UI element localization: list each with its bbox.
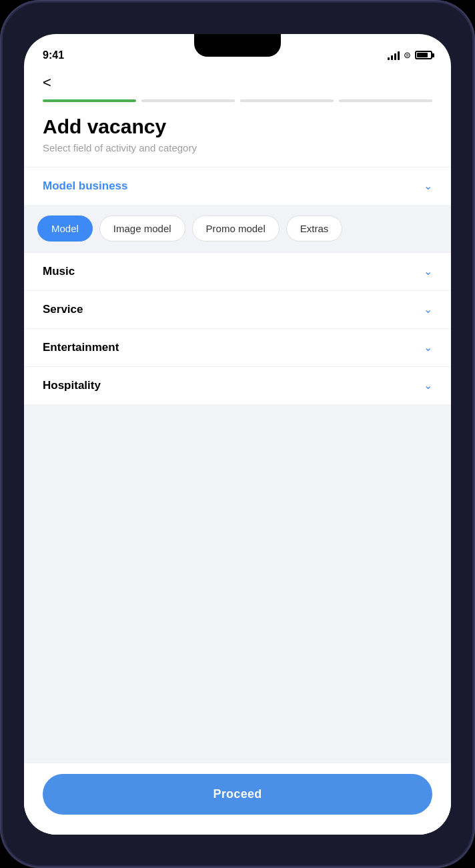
chevron-down-icon-entertainment: ⌄ bbox=[424, 341, 432, 354]
chevron-down-icon-hospitality: ⌄ bbox=[424, 379, 432, 392]
section-entertainment-title: Entertainment bbox=[43, 341, 119, 354]
section-music: Music ⌄ bbox=[24, 252, 451, 290]
notch bbox=[194, 34, 281, 57]
top-section: < Add vacancy Select field of activity a… bbox=[24, 67, 451, 167]
section-entertainment: Entertainment ⌄ bbox=[24, 328, 451, 366]
tag-extras[interactable]: Extras bbox=[286, 215, 343, 242]
status-icons: ⊜ bbox=[388, 50, 432, 60]
section-service: Service ⌄ bbox=[24, 290, 451, 328]
proceed-button[interactable]: Proceed bbox=[43, 774, 432, 815]
progress-step-4 bbox=[339, 99, 432, 102]
chevron-down-icon-service: ⌄ bbox=[424, 303, 432, 316]
page-title: Add vacancy bbox=[43, 115, 432, 138]
signal-icon bbox=[388, 51, 400, 60]
status-time: 9:41 bbox=[43, 49, 64, 61]
section-model-business: Model business ⌄ Model Image model Promo… bbox=[24, 167, 451, 252]
section-hospitality: Hospitality ⌄ bbox=[24, 366, 451, 404]
wifi-icon: ⊜ bbox=[404, 50, 411, 60]
section-music-header[interactable]: Music ⌄ bbox=[24, 253, 451, 290]
section-hospitality-title: Hospitality bbox=[43, 379, 101, 392]
section-entertainment-header[interactable]: Entertainment ⌄ bbox=[24, 329, 451, 366]
section-model-business-header[interactable]: Model business ⌄ bbox=[24, 167, 451, 205]
content-area: < Add vacancy Select field of activity a… bbox=[24, 67, 451, 835]
tag-model[interactable]: Model bbox=[37, 215, 93, 242]
progress-step-3 bbox=[240, 99, 334, 102]
progress-step-2 bbox=[141, 99, 235, 102]
chevron-up-icon: ⌄ bbox=[424, 179, 432, 192]
page-subtitle: Select field of activity and category bbox=[43, 142, 432, 153]
chevron-down-icon-music: ⌄ bbox=[424, 265, 432, 278]
section-service-header[interactable]: Service ⌄ bbox=[24, 291, 451, 328]
empty-area bbox=[24, 404, 451, 763]
section-service-title: Service bbox=[43, 303, 83, 316]
progress-steps bbox=[43, 99, 432, 102]
section-hospitality-header[interactable]: Hospitality ⌄ bbox=[24, 367, 451, 404]
section-model-business-title: Model business bbox=[43, 179, 128, 193]
phone-shell: 9:41 ⊜ < bbox=[0, 0, 475, 868]
tag-image-model[interactable]: Image model bbox=[99, 215, 185, 242]
tag-promo-model[interactable]: Promo model bbox=[192, 215, 280, 242]
battery-icon bbox=[415, 51, 432, 59]
tags-area-model-business: Model Image model Promo model Extras bbox=[24, 205, 451, 252]
bottom-section: Proceed bbox=[24, 763, 451, 835]
progress-step-1 bbox=[43, 99, 136, 102]
section-music-title: Music bbox=[43, 265, 75, 278]
back-button[interactable]: < bbox=[43, 74, 51, 91]
phone-screen: 9:41 ⊜ < bbox=[24, 34, 451, 835]
